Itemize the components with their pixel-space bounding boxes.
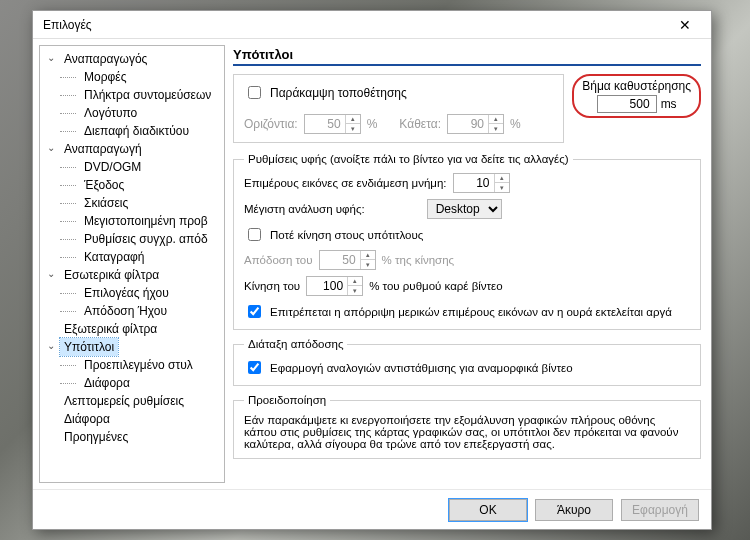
tree-item-label[interactable]: Προηγμένες <box>60 428 132 446</box>
override-placement-label: Παράκαμψη τοποθέτησης <box>270 86 407 100</box>
tree-item-label[interactable]: Επιλογέας ήχου <box>80 284 173 302</box>
animate-at-spinner[interactable]: ▴▾ <box>306 276 363 296</box>
render-at-spinner[interactable]: ▴▾ <box>319 250 376 270</box>
tree-item[interactable]: Υπότιτλοι <box>44 338 222 356</box>
dialog-title: Επιλογές <box>43 18 665 32</box>
render-layout-legend: Διάταξη απόδοσης <box>244 338 347 350</box>
override-placement-checkbox[interactable] <box>248 86 261 99</box>
tree-branch-line <box>58 284 78 302</box>
tree-item-label[interactable]: Αναπαραγωγή <box>60 140 146 158</box>
tree-branch-line <box>58 176 78 194</box>
horizontal-spinner[interactable]: ▴▾ <box>304 114 361 134</box>
tree-item-label[interactable]: DVD/OGM <box>80 158 145 176</box>
vertical-spinner[interactable]: ▴▾ <box>447 114 504 134</box>
texture-settings-group: Ρυθμίσεις υφής (ανοίξτε πάλι το βίντεο γ… <box>233 153 701 330</box>
tree-item[interactable]: Διάφορα <box>44 374 222 392</box>
tree-item-label[interactable]: Μορφές <box>80 68 130 86</box>
tree-item[interactable]: Διεπαφή διαδικτύου <box>44 122 222 140</box>
tree-item[interactable]: Καταγραφή <box>44 248 222 266</box>
horizontal-label: Οριζόντια: <box>244 117 298 131</box>
tree-item[interactable]: Εσωτερικά φίλτρα <box>44 266 222 284</box>
tree-item-label[interactable]: Υπότιτλοι <box>60 338 118 356</box>
delay-step-highlight: Βήμα καθυστέρησης ms <box>572 74 701 118</box>
tree-item-label[interactable]: Λογότυπο <box>80 104 141 122</box>
allow-drop-checkbox[interactable] <box>248 305 261 318</box>
render-at-label: Απόδοση του <box>244 254 313 266</box>
override-placement-group: Παράκαμψη τοποθέτησης Οριζόντια: ▴▾ % Κά… <box>233 74 564 143</box>
chevron-down-icon[interactable] <box>44 52 58 66</box>
tree-item-label[interactable]: Αναπαραγωγός <box>60 50 151 68</box>
anamorphic-checkbox[interactable] <box>248 361 261 374</box>
tree-item[interactable]: Επιλογέας ήχου <box>44 284 222 302</box>
tree-branch-line <box>58 68 78 86</box>
tree-item-label[interactable]: Λεπτομερείς ρυθμίσεις <box>60 392 188 410</box>
tree-item-label[interactable]: Εξωτερικά φίλτρα <box>60 320 161 338</box>
tree-item[interactable]: Προηγμένες <box>44 428 222 446</box>
tree-item[interactable]: Μορφές <box>44 68 222 86</box>
tree-item-label[interactable]: Απόδοση Ήχου <box>80 302 171 320</box>
tree-branch-line <box>58 104 78 122</box>
close-button[interactable]: ✕ <box>665 13 705 37</box>
tree-item[interactable]: Σκιάσεις <box>44 194 222 212</box>
tree-item-label[interactable]: Διάφορα <box>60 410 114 428</box>
tree-branch-line <box>58 374 78 392</box>
tree-item[interactable]: Προεπιλεγμένο στυλ <box>44 356 222 374</box>
tree-branch-line <box>58 230 78 248</box>
tree-item-label[interactable]: Σκιάσεις <box>80 194 132 212</box>
tree-item[interactable]: Έξοδος <box>44 176 222 194</box>
chevron-down-icon[interactable] <box>44 142 58 156</box>
chevron-down-icon[interactable] <box>44 340 58 354</box>
tree-item[interactable]: Διάφορα <box>44 410 222 428</box>
animate-at-label: Κίνηση του <box>244 280 300 292</box>
tree-item[interactable]: Αναπαραγωγός <box>44 50 222 68</box>
texture-legend: Ρυθμίσεις υφής (ανοίξτε πάλι το βίντεο γ… <box>244 153 573 165</box>
chevron-down-icon[interactable] <box>44 268 58 282</box>
tree-item[interactable]: DVD/OGM <box>44 158 222 176</box>
tree-item[interactable]: Απόδοση Ήχου <box>44 302 222 320</box>
warning-group: Προειδοποίηση Εάν παρακάμψετε κι ενεργοπ… <box>233 394 701 459</box>
maxres-select[interactable]: Desktop <box>427 199 502 219</box>
buffers-label: Επιμέρους εικόνες σε ενδιάμεση μνήμη: <box>244 177 447 189</box>
tree-branch-line <box>58 248 78 266</box>
tree-item-label[interactable]: Διεπαφή διαδικτύου <box>80 122 193 140</box>
buffers-spinner[interactable]: ▴▾ <box>453 173 510 193</box>
tree-item-label[interactable]: Προεπιλεγμένο στυλ <box>80 356 197 374</box>
tree-item-label[interactable]: Διάφορα <box>80 374 134 392</box>
tree-item[interactable]: Αναπαραγωγή <box>44 140 222 158</box>
tree-branch-line <box>58 158 78 176</box>
tree-item[interactable]: Εξωτερικά φίλτρα <box>44 320 222 338</box>
tree-branch-line <box>58 122 78 140</box>
delay-step-label: Βήμα καθυστέρησης <box>582 79 691 93</box>
tree-item-label[interactable]: Ρυθμίσεις συγχρ. απόδ <box>80 230 212 248</box>
tree-item[interactable]: Λεπτομερείς ρυθμίσεις <box>44 392 222 410</box>
tree-item-label[interactable]: Πλήκτρα συντομεύσεων <box>80 86 215 104</box>
tree-item[interactable]: Πλήκτρα συντομεύσεων <box>44 86 222 104</box>
close-icon: ✕ <box>679 17 691 33</box>
vertical-label: Κάθετα: <box>399 117 441 131</box>
anamorphic-label: Εφαρμογή αναλογιών αντιστάθμισης για ανα… <box>270 362 573 374</box>
settings-panel: Υπότιτλοι Παράκαμψη τοποθέτησης Οριζόντι… <box>233 45 701 483</box>
tree-branch-line <box>58 194 78 212</box>
never-animate-checkbox[interactable] <box>248 228 261 241</box>
section-title: Υπότιτλοι <box>233 45 701 66</box>
apply-button[interactable]: Εφαρμογή <box>621 499 699 521</box>
cancel-button[interactable]: Άκυρο <box>535 499 613 521</box>
tree-branch-line <box>58 212 78 230</box>
category-tree[interactable]: ΑναπαραγωγόςΜορφέςΠλήκτρα συντομεύσεωνΛο… <box>39 45 225 483</box>
ok-button[interactable]: OK <box>449 499 527 521</box>
allow-drop-label: Επιτρέπεται η απόρριψη μερικών επιμέρους… <box>270 306 672 318</box>
tree-item[interactable]: Μεγιστοποιημένη προβ <box>44 212 222 230</box>
delay-step-input[interactable] <box>597 95 657 113</box>
tree-item-label[interactable]: Καταγραφή <box>80 248 149 266</box>
never-animate-label: Ποτέ κίνηση στους υπότιτλους <box>270 229 423 241</box>
tree-item[interactable]: Ρυθμίσεις συγχρ. απόδ <box>44 230 222 248</box>
warning-legend: Προειδοποίηση <box>244 394 330 406</box>
maxres-label: Μέγιστη ανάλυση υφής: <box>244 203 365 215</box>
tree-branch-line <box>58 302 78 320</box>
delay-step-unit: ms <box>661 97 677 111</box>
tree-item-label[interactable]: Εσωτερικά φίλτρα <box>60 266 163 284</box>
tree-item[interactable]: Λογότυπο <box>44 104 222 122</box>
tree-item-label[interactable]: Έξοδος <box>80 176 128 194</box>
options-dialog: Επιλογές ✕ ΑναπαραγωγόςΜορφέςΠλήκτρα συν… <box>32 10 712 530</box>
tree-item-label[interactable]: Μεγιστοποιημένη προβ <box>80 212 212 230</box>
